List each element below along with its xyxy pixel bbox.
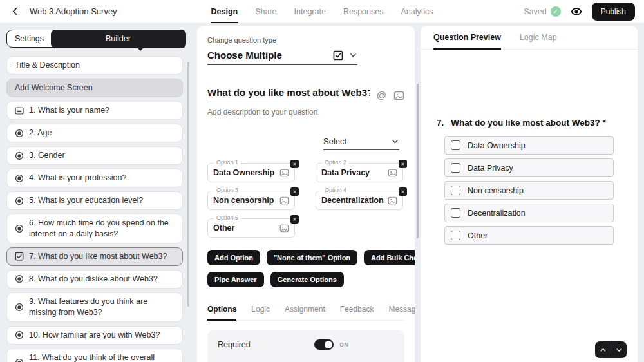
checkbox-icon[interactable] xyxy=(451,208,460,218)
question-title-input[interactable] xyxy=(207,87,370,102)
tab-feedback[interactable]: Feedback xyxy=(340,305,374,321)
image-icon[interactable] xyxy=(393,90,404,102)
toggle-state-label: ON xyxy=(339,341,349,348)
required-toggle[interactable] xyxy=(314,339,334,350)
chevron-left-icon xyxy=(11,7,19,15)
remove-option-icon[interactable]: ✕ xyxy=(290,160,299,168)
preview-tabs: Question Preview Logic Map xyxy=(421,26,638,50)
sidebar-item-q4[interactable]: 4. What is your profession? xyxy=(6,169,183,187)
choice-data-privacy[interactable]: Data Privacy xyxy=(444,158,614,177)
option-card-3[interactable]: Option 3 Non censorship ✕ xyxy=(207,191,295,210)
sidebar-item-q6[interactable]: 6. How much time do you spend on the int… xyxy=(6,214,183,243)
chevron-up-icon xyxy=(600,347,607,354)
top-bar: Web 3 Adoption Survey Design Share Integ… xyxy=(0,0,644,23)
sidebar-item-title-description[interactable]: Title & Description xyxy=(6,56,183,75)
sidebar-scrollbar[interactable] xyxy=(187,62,189,307)
option-float-label: Option 4 xyxy=(322,187,349,193)
option-card-4[interactable]: Option 4 Decentralization ✕ xyxy=(316,191,403,210)
saved-check-icon: ✓ xyxy=(551,6,561,17)
sidebar-item-label: 7. What do you like most about Web3? xyxy=(29,251,167,262)
choice-decentralization[interactable]: Decentralization xyxy=(444,204,614,222)
option-actions-row-1: Add Option "None of them" Option Add Bul… xyxy=(207,250,404,265)
question-title-row: @ xyxy=(207,87,404,102)
sidebar-item-add-welcome-screen[interactable]: Add Welcome Screen xyxy=(6,79,183,97)
option-card-5[interactable]: Option 5 Other ✕ xyxy=(207,218,295,238)
image-icon[interactable] xyxy=(388,168,397,178)
radio-icon xyxy=(15,151,24,160)
option-value: Data Privacy xyxy=(321,168,370,177)
sidebar-item-q10[interactable]: 10. How familiar are you with Web3? xyxy=(6,326,183,345)
tab-settings[interactable]: Settings xyxy=(7,30,52,47)
checkbox-icon[interactable] xyxy=(451,231,460,240)
tab-options[interactable]: Options xyxy=(207,305,236,321)
tab-responses[interactable]: Responses xyxy=(343,0,384,23)
option-value: Other xyxy=(213,224,234,233)
mention-at-icon[interactable]: @ xyxy=(377,90,386,102)
radio-icon xyxy=(15,196,24,205)
radio-icon xyxy=(15,303,24,312)
sidebar-item-q1[interactable]: 1. What is your name? xyxy=(6,101,183,120)
header-tabs: Design Share Integrate Responses Analyti… xyxy=(211,0,433,23)
question-type-select[interactable]: Choose Multiple xyxy=(207,50,357,65)
image-icon[interactable] xyxy=(279,168,289,178)
choice-data-ownership[interactable]: Data Ownership xyxy=(444,136,614,155)
sidebar-item-label: 2. Age xyxy=(29,128,52,138)
editor-tabs: Options Logic Assignment Feedback Messag… xyxy=(207,305,404,321)
tab-integrate[interactable]: Integrate xyxy=(294,0,326,23)
checkbox-icon[interactable] xyxy=(451,140,460,150)
none-of-them-option-button[interactable]: "None of them" Option xyxy=(267,250,357,265)
add-bulk-choice-button[interactable]: Add Bulk Choice xyxy=(364,250,415,265)
save-status: Saved ✓ xyxy=(524,6,560,17)
tab-analytics[interactable]: Analytics xyxy=(401,0,433,23)
image-icon[interactable] xyxy=(388,196,397,205)
back-button[interactable] xyxy=(9,6,21,17)
choice-other[interactable]: Other xyxy=(444,226,614,245)
choice-label: Data Ownership xyxy=(468,141,526,150)
tab-question-preview[interactable]: Question Preview xyxy=(433,26,501,50)
sidebar-item-q8[interactable]: 8. What do you dislike about Web3? xyxy=(6,270,183,289)
sidebar-item-q9[interactable]: 9. What features do you think are missin… xyxy=(6,292,183,322)
editor-scrollbar[interactable] xyxy=(417,84,419,238)
preview-choices: Data Ownership Data Privacy Non censorsh… xyxy=(444,136,614,245)
tab-logic[interactable]: Logic xyxy=(251,305,270,321)
option-value: Decentralization xyxy=(321,196,384,205)
remove-option-icon[interactable]: ✕ xyxy=(399,187,407,196)
pipe-answer-button[interactable]: Pipe Answer xyxy=(207,272,264,287)
preview-panel: Question Preview Logic Map 7. What do yo… xyxy=(421,26,638,362)
choice-non-censorship[interactable]: Non censorship xyxy=(444,181,614,200)
image-icon[interactable] xyxy=(279,196,289,205)
question-description-input[interactable] xyxy=(207,108,404,117)
preview-eye-button[interactable] xyxy=(569,5,583,19)
tab-logic-map[interactable]: Logic Map xyxy=(520,26,557,50)
chevron-down-icon xyxy=(391,137,399,146)
preview-question-text: What do you like most about Web3? * xyxy=(451,118,606,128)
sidebar-item-q7-selected[interactable]: 7. What do you like most about Web3? xyxy=(6,247,183,266)
checkbox-icon[interactable] xyxy=(451,186,460,195)
sidebar-item-q11[interactable]: 11. What do you think of the overall des… xyxy=(6,348,183,362)
checkbox-checked-icon xyxy=(15,252,24,261)
remove-option-icon[interactable]: ✕ xyxy=(399,160,407,168)
remove-option-icon[interactable]: ✕ xyxy=(290,187,299,196)
radio-icon xyxy=(15,330,24,339)
add-option-button[interactable]: Add Option xyxy=(207,250,260,265)
option-card-2[interactable]: Option 2 Data Privacy ✕ xyxy=(316,163,403,182)
next-question-button[interactable] xyxy=(611,341,627,358)
sidebar-item-q2[interactable]: 2. Age xyxy=(6,124,183,142)
prev-question-button[interactable] xyxy=(595,341,611,358)
generate-options-button[interactable]: Generate Options xyxy=(270,272,344,287)
tab-assignment[interactable]: Assignment xyxy=(285,305,325,321)
sidebar-item-q3[interactable]: 3. Gender xyxy=(6,146,183,165)
publish-button[interactable]: Publish xyxy=(592,3,635,21)
choice-label: Non censorship xyxy=(468,186,524,195)
option-card-1[interactable]: Option 1 Data Ownership ✕ xyxy=(207,163,295,182)
option-select-dropdown[interactable]: Select xyxy=(323,137,399,150)
tab-builder[interactable]: Builder xyxy=(51,30,186,48)
tab-share[interactable]: Share xyxy=(255,0,276,23)
checkbox-icon[interactable] xyxy=(451,163,460,173)
remove-option-icon[interactable]: ✕ xyxy=(290,215,299,224)
eye-icon xyxy=(570,5,583,18)
tab-messages[interactable]: Messages xyxy=(388,305,415,321)
image-icon[interactable] xyxy=(279,224,289,233)
tab-design[interactable]: Design xyxy=(211,0,238,23)
sidebar-item-q5[interactable]: 5. What is your education level? xyxy=(6,191,183,210)
